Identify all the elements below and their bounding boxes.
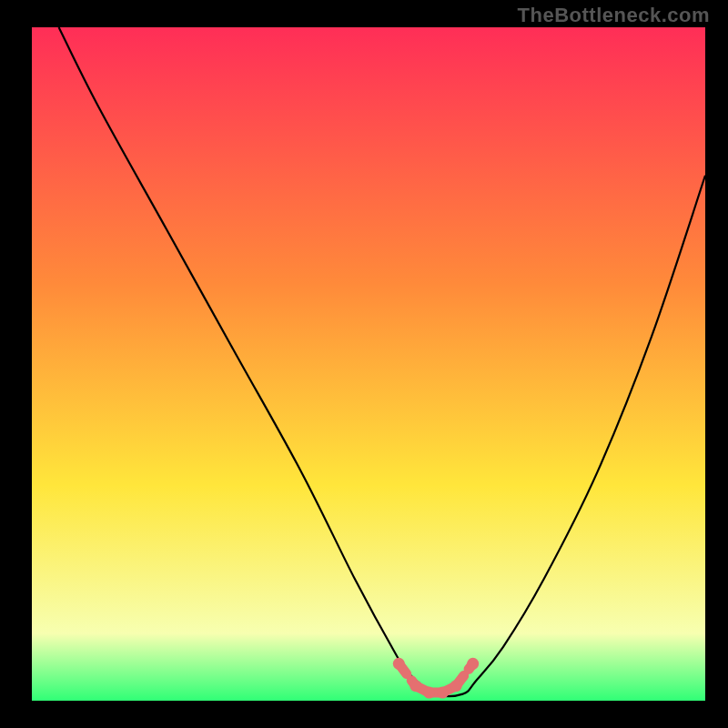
marker-dot — [410, 680, 421, 692]
chart-svg — [32, 27, 705, 701]
gradient-background — [32, 27, 705, 701]
plot-area — [32, 27, 705, 701]
chart-frame: TheBottleneck.com — [0, 0, 728, 728]
marker-dot — [393, 658, 405, 670]
marker-dot — [423, 687, 435, 699]
marker-dot — [467, 658, 479, 670]
watermark-text: TheBottleneck.com — [518, 4, 710, 27]
marker-dot — [450, 680, 462, 692]
marker-dot — [437, 687, 449, 699]
